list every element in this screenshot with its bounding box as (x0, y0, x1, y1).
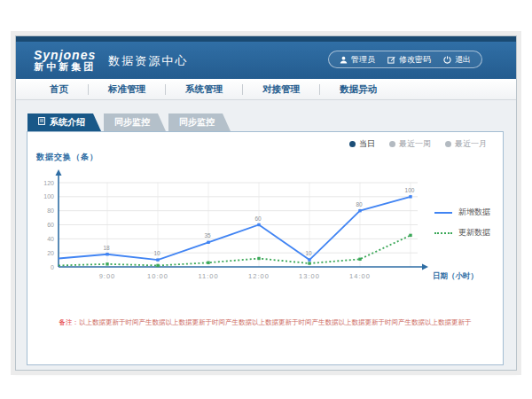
header: Synjones 新中新集团 数据资源中心 管理员修改密码退出 (16, 42, 516, 79)
logo-text-en: Synjones (34, 49, 96, 62)
range-filter-group: 当日最近一周最近一月 (349, 138, 487, 150)
logo-text-cn: 新中新集团 (34, 62, 96, 73)
page: Synjones 新中新集团 数据资源中心 管理员修改密码退出 首页标准管理系统… (0, 0, 532, 399)
svg-text:14:00: 14:00 (349, 272, 371, 280)
user-icon (340, 56, 348, 64)
svg-text:日期（小时）: 日期（小时） (433, 271, 478, 280)
nav-item-2[interactable]: 标准管理 (89, 79, 165, 99)
page-title: 数据资源中心 (108, 51, 188, 69)
nav-item-3[interactable]: 系统管理 (166, 79, 242, 99)
user-action-退出[interactable]: 退出 (443, 54, 471, 66)
svg-text:60: 60 (254, 215, 262, 222)
nav-item-5[interactable]: 数据异动 (320, 79, 396, 99)
user-action-修改密码[interactable]: 修改密码 (387, 54, 431, 66)
line-chart: 0204060801001209:0010:0011:0012:0013:001… (27, 166, 502, 299)
svg-text:100: 100 (405, 187, 415, 193)
legend-item-更新数据: 更新数据 (434, 227, 490, 239)
radio-最近一月[interactable]: 最近一月 (445, 138, 487, 150)
svg-text:35: 35 (204, 232, 211, 239)
tab-bar: 系统介绍同步监控同步监控 (27, 113, 516, 131)
svg-text:11:00: 11:00 (198, 272, 218, 280)
svg-text:80: 80 (47, 207, 54, 214)
svg-text:10: 10 (153, 250, 160, 256)
user-action-管理员[interactable]: 管理员 (340, 54, 375, 66)
document-icon (38, 113, 45, 131)
company-logo: Synjones 新中新集团 (34, 49, 96, 72)
nav-item-1[interactable]: 首页 (30, 79, 88, 99)
svg-text:100: 100 (43, 193, 54, 200)
svg-text:10:00: 10:00 (147, 272, 168, 280)
tab-3[interactable]: 同步监控 (168, 113, 231, 131)
edit-icon (387, 56, 395, 64)
footnote-text: 以上数据更新于时间产生数据以上数据更新于时间产生数据以上数据更新于时间产生数据以… (79, 318, 472, 326)
logout-icon (443, 56, 451, 64)
svg-text:80: 80 (356, 201, 363, 207)
legend-line-swatch (434, 212, 452, 214)
svg-text:18: 18 (103, 245, 110, 251)
user-toolbar: 管理员修改密码退出 (328, 51, 482, 68)
chart-panel: 当日最近一周最近一月 数据交换（条） 0204060801001209:0010… (27, 131, 504, 365)
footnote-prefix: 备注： (59, 318, 80, 326)
footnote: 备注：以上数据更新于时间产生数据以上数据更新于时间产生数据以上数据更新于时间产生… (27, 318, 503, 327)
svg-text:60: 60 (47, 222, 54, 228)
radio-dot (349, 141, 356, 147)
tab-1[interactable]: 系统介绍 (27, 113, 101, 131)
svg-text:13:00: 13:00 (299, 272, 320, 280)
radio-当日[interactable]: 当日 (349, 138, 375, 150)
svg-text:12:00: 12:00 (248, 272, 270, 280)
radio-dot (389, 141, 395, 147)
legend-line-swatch (434, 232, 452, 234)
svg-text:20: 20 (47, 250, 54, 256)
svg-text:10: 10 (305, 250, 312, 256)
app-window: Synjones 新中新集团 数据资源中心 管理员修改密码退出 首页标准管理系统… (15, 35, 517, 371)
y-axis-title: 数据交换（条） (36, 152, 98, 163)
svg-text:40: 40 (47, 236, 54, 242)
main-nav: 首页标准管理系统管理对接管理数据异动 (16, 79, 516, 100)
radio-最近一周[interactable]: 最近一周 (389, 138, 431, 150)
svg-text:120: 120 (43, 180, 54, 186)
svg-text:0: 0 (51, 264, 54, 270)
content-area: 系统介绍同步监控同步监控 当日最近一周最近一月 数据交换（条） 02040608… (16, 100, 516, 371)
tab-2[interactable]: 同步监控 (104, 113, 166, 131)
radio-dot (445, 141, 451, 147)
nav-item-4[interactable]: 对接管理 (243, 79, 319, 99)
chart-legend: 新增数据更新数据 (434, 207, 490, 247)
legend-item-新增数据: 新增数据 (434, 207, 490, 218)
svg-text:9:00: 9:00 (99, 272, 116, 280)
